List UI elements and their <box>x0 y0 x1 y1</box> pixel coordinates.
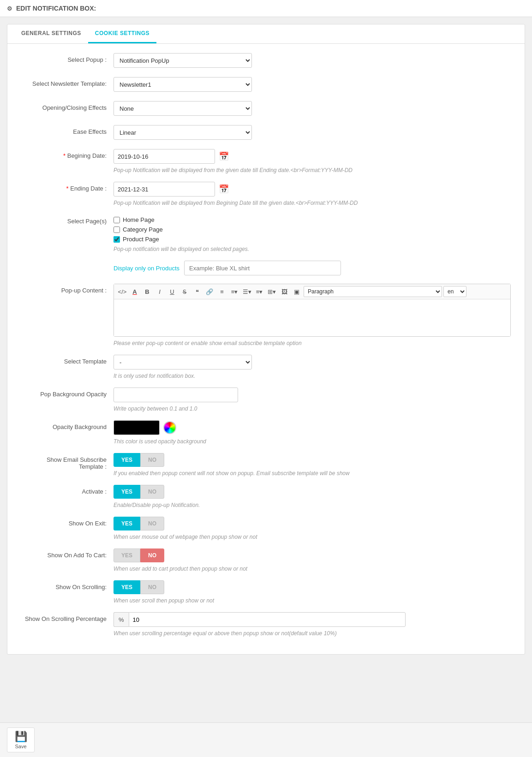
beginning-date-input[interactable] <box>114 149 215 164</box>
editor-btn-table-dropdown[interactable]: ⊞▾ <box>266 286 277 297</box>
display-only-link[interactable]: Display only on Products <box>114 265 179 272</box>
opacity-background-control: This color is used opacity background <box>114 420 511 445</box>
beginning-date-control: 📅 Pop-up Notification will be displayed … <box>114 149 511 173</box>
category-page-checkbox[interactable] <box>114 227 120 233</box>
opacity-background-label: Opacity Background <box>21 420 114 430</box>
select-pages-hint: Pop-up notification will be displayed on… <box>114 246 511 252</box>
checkbox-category-page[interactable]: Category Page <box>114 226 511 233</box>
popup-content-row: Pop-up Content : </> A B I U S̶ ❝ <box>21 284 511 346</box>
tab-cookie-settings[interactable]: COOKIE SETTinGS <box>88 24 156 43</box>
editor-btn-align-dropdown[interactable]: ≡▾ <box>229 286 240 297</box>
editor-btn-align[interactable]: ≡ <box>216 286 227 297</box>
scrolling-pct-wrap: % <box>114 612 511 627</box>
opening-closing-dropdown[interactable]: None Fade Slide <box>114 101 252 116</box>
editor-btn-image[interactable]: 🖼 <box>279 286 290 297</box>
activate-yes-button[interactable]: YES <box>114 485 140 499</box>
pct-symbol: % <box>114 612 129 627</box>
opacity-background-row: Opacity Background This color is used op… <box>21 420 511 445</box>
product-search-input[interactable] <box>184 261 341 275</box>
scrolling-pct-control: % When user scrolling percentage equal o… <box>114 612 511 637</box>
select-template-hint: It is only used for notification box. <box>114 373 511 379</box>
show-on-exit-no-button[interactable]: NO <box>140 517 164 530</box>
show-on-add-to-cart-yes-button[interactable]: YES <box>114 548 140 562</box>
editor-btn-indent-dropdown[interactable]: ≡▾ <box>254 286 265 297</box>
opening-closing-row: Opening/Closing Effects None Fade Slide <box>21 101 511 117</box>
ending-date-wrap: 📅 <box>114 182 511 197</box>
editor-btn-list-dropdown[interactable]: ☰▾ <box>241 286 252 297</box>
editor-btn-underline[interactable]: U <box>167 286 178 297</box>
pop-bg-opacity-row: Pop Background Opacity Write opacity bet… <box>21 387 511 412</box>
select-popup-dropdown[interactable]: Notification PopUp Custom PopUp <box>114 53 252 68</box>
editor-toolbar: </> A B I U S̶ ❝ 🔗 ≡ ≡▾ ☰▾ <box>114 284 510 299</box>
show-on-add-to-cart-hint: When user add to cart product then popup… <box>114 566 511 572</box>
show-email-subscribe-yes-button[interactable]: YES <box>114 453 140 467</box>
show-on-scrolling-yes-button[interactable]: YES <box>114 580 140 594</box>
newsletter-dropdown[interactable]: Newsletter1 Newsletter2 <box>114 77 252 92</box>
save-icon: 💾 <box>15 731 27 743</box>
select-template-dropdown[interactable]: - Template 1 Template 2 <box>114 355 252 370</box>
ease-effects-label: Ease Effects <box>21 125 114 135</box>
save-button[interactable]: 💾 Save <box>7 727 35 752</box>
editor-btn-code[interactable]: </> <box>117 286 128 297</box>
activate-no-button[interactable]: NO <box>140 485 164 499</box>
ending-date-calendar-icon[interactable]: 📅 <box>219 184 229 194</box>
popup-content-label: Pop-up Content : <box>21 284 114 294</box>
editor-btn-strikethrough[interactable]: S̶ <box>179 286 190 297</box>
ending-date-input[interactable] <box>114 182 215 197</box>
show-on-exit-control: YES NO When user mouse out of webpage th… <box>114 517 511 540</box>
newsletter-template-row: Select Newsletter Template: Newsletter1 … <box>21 77 511 93</box>
editor-btn-bold[interactable]: B <box>142 286 153 297</box>
ending-date-label: Ending Date : <box>21 182 114 192</box>
show-email-subscribe-hint: If you enabled then popup conent will no… <box>114 470 511 477</box>
select-popup-row: Select Popup : Notification PopUp Custom… <box>21 53 511 69</box>
opening-closing-label: Opening/Closing Effects <box>21 101 114 111</box>
bottom-bar: 💾 Save <box>0 722 532 757</box>
beginning-date-calendar-icon[interactable]: 📅 <box>219 151 229 161</box>
scrolling-pct-input[interactable] <box>129 612 406 627</box>
color-preview <box>114 420 160 435</box>
ending-date-row: Ending Date : 📅 Pop-up Notification will… <box>21 182 511 206</box>
pop-bg-opacity-input[interactable] <box>114 387 238 402</box>
editor-btn-italic[interactable]: I <box>154 286 165 297</box>
scrolling-pct-label: Show On Scrolling Percentage <box>21 612 114 622</box>
checkbox-group: Home Page Category Page Product Page <box>114 215 511 243</box>
select-pages-label: Select Page(s) <box>21 215 114 225</box>
ending-date-hint: Pop-up Notification will be displayed fr… <box>114 200 511 206</box>
select-template-control: - Template 1 Template 2 It is only used … <box>114 355 511 379</box>
show-on-exit-yes-button[interactable]: YES <box>114 517 140 530</box>
show-on-scrolling-label: Show On Scrolling: <box>21 580 114 590</box>
display-only-row: Display only on Products <box>21 261 511 275</box>
beginning-date-label: Begining Date: <box>21 149 114 159</box>
beginning-date-hint: Pop-up Notification will be displayed fr… <box>114 167 511 173</box>
checkbox-home-page[interactable]: Home Page <box>114 216 511 223</box>
show-email-subscribe-toggle: YES NO <box>114 453 511 467</box>
editor-btn-quote[interactable]: ❝ <box>191 286 203 297</box>
show-email-subscribe-no-button[interactable]: NO <box>140 453 164 467</box>
select-pages-control: Home Page Category Page Product Page <box>114 215 511 252</box>
page-title: EDIT NOTIFICATION BOX: <box>16 5 96 12</box>
scrolling-pct-row: Show On Scrolling Percentage % When user… <box>21 612 511 637</box>
newsletter-label: Select Newsletter Template: <box>21 77 114 87</box>
content-editor: </> A B I U S̶ ❝ 🔗 ≡ ≡▾ ☰▾ <box>114 284 511 337</box>
show-on-add-to-cart-no-button[interactable]: NO <box>140 548 164 562</box>
select-template-row: Select Template - Template 1 Template 2 … <box>21 355 511 379</box>
editor-content-area[interactable] <box>114 299 510 336</box>
ending-date-control: 📅 Pop-up Notification will be displayed … <box>114 182 511 206</box>
beginning-date-row: Begining Date: 📅 Pop-up Notification wil… <box>21 149 511 173</box>
color-picker-button[interactable] <box>163 421 176 434</box>
ease-effects-dropdown[interactable]: Linear Ease Ease-In Ease-Out <box>114 125 252 140</box>
editor-btn-link[interactable]: 🔗 <box>204 286 215 297</box>
show-on-add-to-cart-row: Show On Add To Cart: YES NO When user ad… <box>21 548 511 572</box>
editor-lang-select[interactable]: en fr <box>443 286 466 297</box>
home-page-checkbox[interactable] <box>114 217 120 223</box>
editor-btn-media[interactable]: ▣ <box>291 286 302 297</box>
show-on-scrolling-no-button[interactable]: NO <box>140 580 164 594</box>
editor-paragraph-select[interactable]: Paragraph Heading 1 Heading 2 <box>304 286 442 297</box>
show-on-add-to-cart-label: Show On Add To Cart: <box>21 548 114 559</box>
tab-general-settings[interactable]: GENERAL SETTINGS <box>14 24 88 43</box>
form-body: Select Popup : Notification PopUp Custom… <box>7 44 525 654</box>
checkbox-product-page[interactable]: Product Page <box>114 236 511 243</box>
scrolling-pct-hint: When user scrolling percentage equal or … <box>114 630 511 637</box>
product-page-checkbox[interactable] <box>114 236 120 243</box>
editor-btn-font-color[interactable]: A <box>129 286 140 297</box>
